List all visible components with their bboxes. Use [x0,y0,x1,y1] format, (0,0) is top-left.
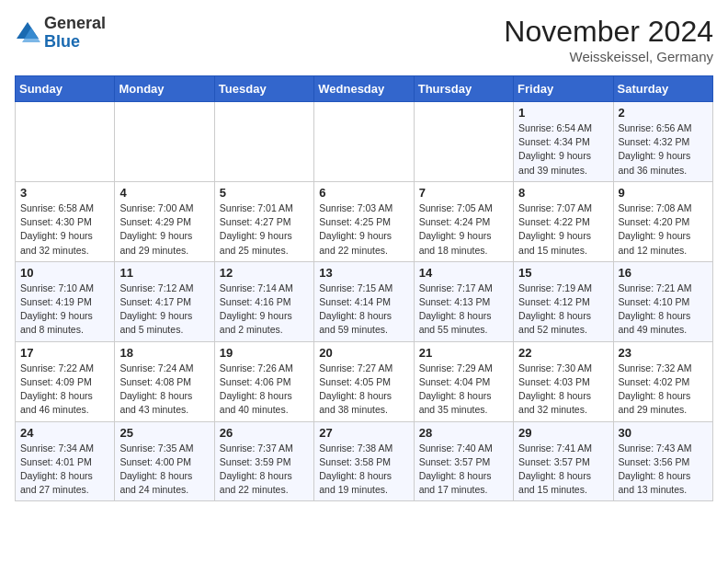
day-number: 3 [20,186,109,200]
col-sunday: Sunday [16,76,115,102]
day-number: 21 [419,346,508,360]
calendar-cell: 22Sunrise: 7:30 AM Sunset: 4:03 PM Dayli… [514,341,613,421]
col-tuesday: Tuesday [214,76,313,102]
calendar-cell: 9Sunrise: 7:08 AM Sunset: 4:20 PM Daylig… [613,181,712,261]
day-number: 12 [220,266,309,280]
day-number: 18 [119,346,209,360]
calendar-cell: 6Sunrise: 7:03 AM Sunset: 4:25 PM Daylig… [314,181,414,261]
calendar-cell: 27Sunrise: 7:38 AM Sunset: 3:58 PM Dayli… [314,421,414,501]
day-detail: Sunrise: 7:10 AM Sunset: 4:19 PM Dayligh… [20,282,109,338]
day-number: 14 [419,266,508,280]
day-number: 15 [518,266,608,280]
calendar-cell: 21Sunrise: 7:29 AM Sunset: 4:04 PM Dayli… [414,341,513,421]
day-detail: Sunrise: 6:54 AM Sunset: 4:34 PM Dayligh… [518,121,608,178]
day-detail: Sunrise: 7:05 AM Sunset: 4:24 PM Dayligh… [419,201,508,258]
day-number: 20 [319,346,408,360]
day-number: 2 [619,106,708,120]
day-number: 9 [619,186,708,200]
calendar-cell: 2Sunrise: 6:56 AM Sunset: 4:32 PM Daylig… [613,102,712,182]
day-number: 8 [518,186,608,200]
calendar-cell: 26Sunrise: 7:37 AM Sunset: 3:59 PM Dayli… [214,421,313,501]
calendar-cell: 19Sunrise: 7:26 AM Sunset: 4:06 PM Dayli… [214,341,313,421]
header-row: Sunday Monday Tuesday Wednesday Thursday… [16,76,713,102]
calendar-week-1: 1Sunrise: 6:54 AM Sunset: 4:34 PM Daylig… [16,102,713,182]
calendar-cell: 12Sunrise: 7:14 AM Sunset: 4:16 PM Dayli… [214,261,313,341]
day-detail: Sunrise: 7:37 AM Sunset: 3:59 PM Dayligh… [220,442,309,498]
day-detail: Sunrise: 7:41 AM Sunset: 3:57 PM Dayligh… [518,442,608,498]
calendar-week-2: 3Sunrise: 6:58 AM Sunset: 4:30 PM Daylig… [16,181,713,261]
calendar-cell: 18Sunrise: 7:24 AM Sunset: 4:08 PM Dayli… [115,341,214,421]
day-detail: Sunrise: 7:38 AM Sunset: 3:58 PM Dayligh… [319,442,408,498]
day-number: 26 [220,426,309,440]
calendar-cell: 17Sunrise: 7:22 AM Sunset: 4:09 PM Dayli… [16,341,115,421]
day-number: 4 [119,186,209,200]
col-saturday: Saturday [613,76,712,102]
calendar-cell: 25Sunrise: 7:35 AM Sunset: 4:00 PM Dayli… [115,421,214,501]
calendar-cell [16,102,115,182]
col-thursday: Thursday [414,76,513,102]
calendar-cell: 3Sunrise: 6:58 AM Sunset: 4:30 PM Daylig… [16,181,115,261]
calendar-cell [414,102,513,182]
day-number: 7 [419,186,508,200]
day-number: 10 [20,266,109,280]
day-number: 16 [619,266,708,280]
day-number: 13 [319,266,408,280]
calendar-cell: 13Sunrise: 7:15 AM Sunset: 4:14 PM Dayli… [314,261,414,341]
day-number: 28 [419,426,508,440]
day-detail: Sunrise: 7:27 AM Sunset: 4:05 PM Dayligh… [319,362,408,418]
day-number: 5 [220,186,309,200]
day-detail: Sunrise: 6:58 AM Sunset: 4:30 PM Dayligh… [20,201,109,258]
calendar-week-4: 17Sunrise: 7:22 AM Sunset: 4:09 PM Dayli… [16,341,713,421]
day-number: 27 [319,426,408,440]
col-monday: Monday [115,76,214,102]
day-detail: Sunrise: 7:34 AM Sunset: 4:01 PM Dayligh… [20,442,109,498]
day-number: 1 [518,106,608,120]
calendar-cell: 8Sunrise: 7:07 AM Sunset: 4:22 PM Daylig… [514,181,613,261]
calendar-cell: 15Sunrise: 7:19 AM Sunset: 4:12 PM Dayli… [514,261,613,341]
month-title: November 2024 [504,15,713,49]
calendar-table: Sunday Monday Tuesday Wednesday Thursday… [15,75,713,501]
day-detail: Sunrise: 7:32 AM Sunset: 4:02 PM Dayligh… [619,362,708,418]
day-detail: Sunrise: 7:26 AM Sunset: 4:06 PM Dayligh… [220,362,309,418]
day-number: 25 [119,426,209,440]
logo: General Blue [15,15,106,52]
calendar-cell: 14Sunrise: 7:17 AM Sunset: 4:13 PM Dayli… [414,261,513,341]
day-number: 17 [20,346,109,360]
calendar-cell: 29Sunrise: 7:41 AM Sunset: 3:57 PM Dayli… [514,421,613,501]
calendar-cell: 10Sunrise: 7:10 AM Sunset: 4:19 PM Dayli… [16,261,115,341]
day-detail: Sunrise: 7:17 AM Sunset: 4:13 PM Dayligh… [419,282,508,338]
day-detail: Sunrise: 7:30 AM Sunset: 4:03 PM Dayligh… [518,362,608,418]
logo-general: General [44,14,106,32]
day-number: 19 [220,346,309,360]
calendar-body: 1Sunrise: 6:54 AM Sunset: 4:34 PM Daylig… [16,102,713,501]
calendar-cell: 24Sunrise: 7:34 AM Sunset: 4:01 PM Dayli… [16,421,115,501]
col-wednesday: Wednesday [314,76,414,102]
day-detail: Sunrise: 7:19 AM Sunset: 4:12 PM Dayligh… [518,282,608,338]
calendar-cell: 1Sunrise: 6:54 AM Sunset: 4:34 PM Daylig… [514,102,613,182]
day-number: 22 [518,346,608,360]
day-number: 30 [619,426,708,440]
day-detail: Sunrise: 7:43 AM Sunset: 3:56 PM Dayligh… [619,442,708,498]
day-detail: Sunrise: 7:08 AM Sunset: 4:20 PM Dayligh… [619,201,708,258]
location-title: Weisskeissel, Germany [504,49,713,64]
calendar-header: Sunday Monday Tuesday Wednesday Thursday… [16,76,713,102]
day-detail: Sunrise: 7:35 AM Sunset: 4:00 PM Dayligh… [119,442,209,498]
day-detail: Sunrise: 7:29 AM Sunset: 4:04 PM Dayligh… [419,362,508,418]
logo-icon [15,20,40,46]
calendar-cell [314,102,414,182]
col-friday: Friday [514,76,613,102]
day-detail: Sunrise: 7:07 AM Sunset: 4:22 PM Dayligh… [518,201,608,258]
day-number: 23 [619,346,708,360]
day-detail: Sunrise: 7:01 AM Sunset: 4:27 PM Dayligh… [220,201,309,258]
day-detail: Sunrise: 7:15 AM Sunset: 4:14 PM Dayligh… [319,282,408,338]
calendar-cell: 23Sunrise: 7:32 AM Sunset: 4:02 PM Dayli… [613,341,712,421]
day-detail: Sunrise: 7:12 AM Sunset: 4:17 PM Dayligh… [119,282,209,338]
calendar-cell: 20Sunrise: 7:27 AM Sunset: 4:05 PM Dayli… [314,341,414,421]
calendar-cell [214,102,313,182]
day-number: 11 [119,266,209,280]
calendar-week-3: 10Sunrise: 7:10 AM Sunset: 4:19 PM Dayli… [16,261,713,341]
calendar-cell: 7Sunrise: 7:05 AM Sunset: 4:24 PM Daylig… [414,181,513,261]
calendar-cell [115,102,214,182]
calendar-cell: 30Sunrise: 7:43 AM Sunset: 3:56 PM Dayli… [613,421,712,501]
logo-text: General Blue [44,15,106,52]
